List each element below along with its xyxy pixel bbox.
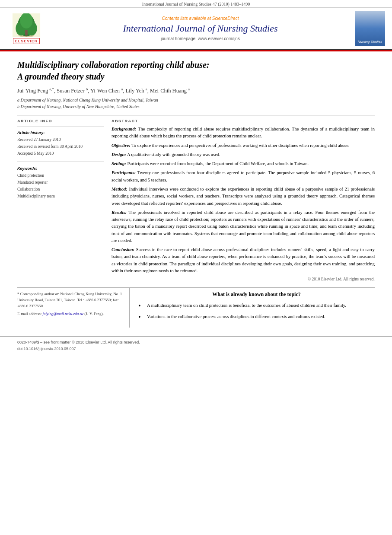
journal-title: International Journal of Nursing Studies bbox=[50, 22, 351, 35]
nursing-studies-cover: Nursing Studies bbox=[355, 11, 385, 46]
participants-text: Twenty-one professionals from four disci… bbox=[112, 170, 375, 182]
received-revised-date: Received in revised form 30 April 2010 bbox=[17, 143, 104, 150]
known-topic-heading: What is already known about the topic? bbox=[138, 291, 375, 298]
background-label: Background: bbox=[112, 127, 136, 131]
main-content: Multidisciplinary collaboration reportin… bbox=[0, 51, 392, 332]
results-text: The professionals involved in reported c… bbox=[112, 210, 375, 243]
email-line: E-mail address: juiying@mail.ncku.edu.tw… bbox=[17, 311, 124, 317]
bullet-icon-1: • bbox=[138, 302, 144, 310]
design-label: Design: bbox=[112, 152, 126, 157]
section-divider bbox=[17, 115, 375, 115]
elsevier-tree-icon bbox=[11, 13, 41, 37]
bullet-text-1: A multidisciplinary team on child protec… bbox=[147, 302, 346, 309]
keyword-4: Multidisciplinary team bbox=[17, 193, 104, 200]
bullet-text-2: Variations in the collaborative process … bbox=[147, 313, 325, 320]
abstract-heading: ABSTRACT bbox=[112, 119, 375, 123]
bullet-item-2: • Variations in the collaborative proces… bbox=[138, 313, 375, 321]
email-address: juiying@mail.ncku.edu.tw bbox=[42, 312, 83, 316]
setting-text: Participants were recruited from hospita… bbox=[126, 161, 309, 166]
citation-text: International Journal of Nursing Studies… bbox=[142, 2, 250, 6]
article-info-col: ARTICLE INFO Article history: Received 2… bbox=[17, 119, 104, 281]
results-label: Results: bbox=[112, 210, 127, 215]
journal-header: ELSEVIER Contents lists available at Sci… bbox=[0, 8, 392, 50]
accepted-date: Accepted 5 May 2010 bbox=[17, 150, 104, 157]
abstract-method: Method: Individual interviews were condu… bbox=[112, 186, 375, 207]
elsevier-brand-text: ELSEVIER bbox=[13, 38, 40, 44]
objective-text: To explore the experiences and perspecti… bbox=[131, 143, 350, 148]
method-label: Method: bbox=[112, 187, 127, 191]
footer-doi: doi:10.1016/j.ijnurstu.2010.05.007 bbox=[17, 346, 375, 352]
journal-homepage: journal homepage: www.elsevier.com/ijns bbox=[50, 36, 351, 41]
page-footer: 0020-7489/$ – see front matter © 2010 El… bbox=[0, 336, 392, 354]
authors-line: Jui-Ying Feng a,*, Susan Fetzer b, Yi-We… bbox=[17, 87, 375, 94]
email-suffix: (J.-Y. Feng). bbox=[84, 312, 104, 316]
participants-label: Participants: bbox=[112, 170, 136, 175]
corresponding-author: * Corresponding author at: National Chen… bbox=[17, 291, 124, 309]
abstract-col: ABSTRACT Background: The complexity of r… bbox=[112, 119, 375, 281]
affiliations: a Department of Nursing, National Cheng … bbox=[17, 97, 375, 110]
history-dates: Received 27 January 2010 Received in rev… bbox=[17, 136, 104, 157]
history-label: Article history: bbox=[17, 131, 104, 135]
abstract-design: Design: A qualitative study with grounde… bbox=[112, 151, 375, 158]
journal-title-block: Contents lists available at ScienceDirec… bbox=[50, 16, 351, 41]
affiliation-b: b Department of Nursing, University of N… bbox=[17, 103, 375, 110]
article-info-heading: ARTICLE INFO bbox=[17, 119, 104, 123]
abstract-background: Background: The complexity of reporting … bbox=[112, 126, 375, 140]
abstract-objective: Objective: To explore the experiences an… bbox=[112, 142, 375, 149]
background-text: The complexity of reporting child abuse … bbox=[112, 127, 375, 138]
affiliation-a: a Department of Nursing, National Cheng … bbox=[17, 97, 375, 103]
abstract-results: Results: The professionals involved in r… bbox=[112, 209, 375, 244]
footnote-col: * Corresponding author at: National Chen… bbox=[17, 288, 130, 328]
keywords-label: Keywords: bbox=[17, 166, 104, 171]
setting-label: Setting: bbox=[112, 161, 126, 166]
known-topic-col: What is already known about the topic? •… bbox=[130, 288, 375, 328]
email-label: E-mail address: bbox=[17, 312, 41, 316]
elsevier-logo: ELSEVIER bbox=[7, 13, 46, 44]
copyright-line: © 2010 Elsevier Ltd. All rights reserved… bbox=[112, 277, 375, 281]
nursing-studies-label: Nursing Studies bbox=[358, 40, 382, 44]
abstract-setting: Setting: Participants were recruited fro… bbox=[112, 160, 375, 167]
method-text: Individual interviews were conducted to … bbox=[112, 187, 375, 206]
conclusion-text: Success in the race to report child abus… bbox=[112, 247, 375, 273]
bullet-icon-2: • bbox=[138, 313, 144, 321]
keywords-list: Child protection Mandated reporter Colla… bbox=[17, 172, 104, 200]
keyword-2: Mandated reporter bbox=[17, 179, 104, 186]
svg-rect-7 bbox=[25, 30, 28, 35]
keywords-rule bbox=[17, 162, 104, 162]
received-date: Received 27 January 2010 bbox=[17, 136, 104, 143]
article-title: Multidisciplinary collaboration reportin… bbox=[17, 59, 375, 83]
abstract-participants: Participants: Twenty-one professionals f… bbox=[112, 169, 375, 184]
conclusion-label: Conclusion: bbox=[112, 247, 134, 252]
info-rule bbox=[17, 127, 104, 127]
design-text: A qualitative study with grounded theory… bbox=[126, 152, 220, 157]
bullet-item-1: • A multidisciplinary team on child prot… bbox=[138, 302, 375, 310]
keyword-1: Child protection bbox=[17, 172, 104, 179]
footer-code: 0020-7489/$ – see front matter © 2010 El… bbox=[17, 339, 375, 345]
article-info-abstract: ARTICLE INFO Article history: Received 2… bbox=[17, 119, 375, 281]
top-citation-bar: International Journal of Nursing Studies… bbox=[0, 0, 392, 8]
sciencedirect-bar: Contents lists available at ScienceDirec… bbox=[50, 16, 351, 21]
objective-label: Objective: bbox=[112, 143, 131, 148]
keyword-3: Collaboration bbox=[17, 186, 104, 193]
abstract-conclusion: Conclusion: Success in the race to repor… bbox=[112, 246, 375, 274]
bottom-section: * Corresponding author at: National Chen… bbox=[17, 287, 375, 328]
